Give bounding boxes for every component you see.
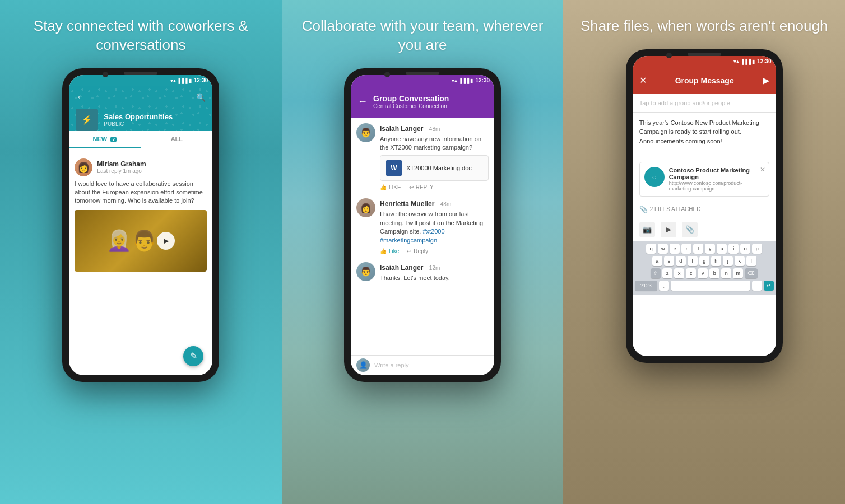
key-b[interactable]: b: [709, 268, 719, 278]
tab-bar: NEW 7 ALL: [69, 131, 212, 148]
key-j[interactable]: j: [723, 256, 733, 266]
close-preview-button[interactable]: ✕: [760, 166, 765, 174]
key-s[interactable]: s: [664, 256, 674, 266]
post-header: 👩 Miriam Graham Last reply 1m ago: [75, 158, 207, 176]
file-name: XT20000 Marketing.doc: [406, 165, 472, 171]
key-shift[interactable]: ⇧: [651, 268, 661, 278]
paperclip-icon: 📎: [639, 206, 648, 213]
msg1-avatar: 👨: [356, 123, 375, 142]
key-e[interactable]: e: [670, 244, 680, 254]
key-r[interactable]: r: [681, 244, 691, 254]
status-bar-1: ▾▴ ▐▐▐ ▮ 12:30: [69, 75, 212, 86]
panel-3-title: Share files, when words aren't enough: [564, 17, 844, 36]
like-button-1[interactable]: 👍 LIKE: [380, 184, 401, 190]
key-o[interactable]: o: [740, 244, 750, 254]
like-button-2[interactable]: 👍 Like: [380, 248, 399, 254]
msg2-body: Henrietta Mueller 48m I have the overvie…: [380, 198, 489, 254]
key-m[interactable]: m: [733, 268, 743, 278]
key-l[interactable]: l: [746, 256, 756, 266]
key-f[interactable]: f: [688, 256, 698, 266]
key-c[interactable]: c: [686, 268, 696, 278]
app-header-2: ← Group Conversation Central Customer Co…: [351, 86, 494, 118]
key-u[interactable]: u: [717, 244, 727, 254]
phone-3: ▾▴ ▐▐▐ ▮ 12:30 ✕ Group Message ▶ Tap to …: [626, 49, 783, 363]
like-icon-2: 👍: [380, 248, 387, 254]
msg2-text: I have the overview from our last meetin…: [380, 210, 489, 245]
status-bar-2: ▾▴ ▐▐▐ ▮ 12:30: [351, 75, 494, 86]
panel-1: Stay connected with coworkers & conversa…: [0, 0, 282, 504]
feed-content: 👩 Miriam Graham Last reply 1m ago I woul…: [69, 148, 212, 375]
reply-button-2[interactable]: ↩ Reply: [407, 248, 428, 254]
keyboard-row-3: ⇧ z x c v b n m ⌫: [635, 268, 774, 278]
camera-button[interactable]: 📷: [639, 222, 655, 237]
tab-all[interactable]: ALL: [141, 131, 212, 148]
compose-text-area[interactable]: This year's Contoso New Product Marketin…: [633, 113, 776, 157]
back-arrow-icon[interactable]: ←: [76, 91, 86, 103]
reply-button-1[interactable]: ↩ REPLY: [409, 184, 434, 190]
msg1-actions: 👍 LIKE ↩ REPLY: [380, 184, 489, 190]
time-display-1: 12:30: [194, 77, 208, 83]
wifi-icon: ▾▴: [170, 78, 176, 83]
status-bar-3: ▾▴ ▐▐▐ ▮ 12:30: [633, 56, 776, 67]
key-z[interactable]: z: [662, 268, 672, 278]
key-n[interactable]: n: [721, 268, 731, 278]
file-attachment[interactable]: W XT20000 Marketing.doc: [380, 155, 489, 181]
group-info: Sales Opportunities PUBLIC: [104, 113, 173, 127]
key-g[interactable]: g: [699, 256, 709, 266]
video-button[interactable]: ▶: [661, 222, 676, 237]
msg2-avatar: 👩: [356, 198, 375, 217]
msg1-text: Anyone have any new information on the X…: [380, 135, 489, 152]
msg2-meta: Henrietta Mueller 48m: [380, 198, 489, 208]
link-preview-icon: ○: [644, 167, 665, 187]
hashtag-xt2000[interactable]: #xt2000: [422, 228, 444, 235]
key-123[interactable]: ?123: [635, 281, 657, 291]
key-p[interactable]: p: [752, 244, 762, 254]
word-icon: W: [386, 160, 402, 176]
key-d[interactable]: d: [676, 256, 686, 266]
time-display-2: 12:30: [475, 77, 490, 83]
msg1-meta: Isaiah Langer 48m: [380, 123, 489, 133]
group-card: ⚡ Sales Opportunities PUBLIC: [76, 109, 173, 131]
attachment-icons-row: 📷 ▶ 📎: [633, 218, 776, 241]
key-v[interactable]: v: [698, 268, 708, 278]
keyboard-row-4: ?123 , . ↵: [635, 281, 774, 291]
key-enter[interactable]: ↵: [764, 281, 774, 291]
back-arrow-2-icon[interactable]: ←: [357, 96, 368, 108]
keyboard-row-2: a s d f g h j k l: [635, 256, 774, 266]
hashtag-marketing[interactable]: #marketingcampaign: [380, 237, 437, 244]
key-w[interactable]: w: [658, 244, 668, 254]
phone-1: ▾▴ ▐▐▐ ▮ 12:30 ← 🔍 ⚡ Sales Op: [62, 68, 219, 382]
attach-button[interactable]: 📎: [682, 222, 698, 237]
conversation-content: 👨 Isaiah Langer 48m Anyone have any new …: [351, 118, 494, 355]
key-comma[interactable]: ,: [659, 281, 669, 291]
tab-new[interactable]: NEW 7: [69, 131, 141, 148]
key-q[interactable]: q: [646, 244, 656, 254]
key-h[interactable]: h: [711, 256, 721, 266]
panel-2-title: Collaborate with your team, wherever you…: [282, 17, 564, 55]
attach-count: 2 FILES ATTACHED: [650, 206, 701, 212]
key-period[interactable]: .: [752, 281, 762, 291]
key-i[interactable]: i: [728, 244, 739, 254]
group-type: PUBLIC: [104, 121, 173, 127]
play-button[interactable]: ▶: [157, 232, 175, 250]
send-icon[interactable]: ▶: [763, 75, 769, 86]
msg3-text: Thanks. Let's meet today.: [380, 274, 489, 282]
key-a[interactable]: a: [652, 256, 662, 266]
msg3-meta: Isaiah Langer 12m: [380, 262, 489, 272]
search-icon[interactable]: 🔍: [196, 93, 206, 102]
reply-input-area[interactable]: 👤 Write a reply: [351, 355, 494, 375]
msg2-actions: 👍 Like ↩ Reply: [380, 248, 489, 254]
reply-placeholder[interactable]: Write a reply: [374, 362, 409, 368]
close-icon[interactable]: ✕: [639, 75, 647, 86]
compose-fab[interactable]: ✎: [183, 346, 203, 366]
keyboard: q w e r t y u i o p a s d: [633, 241, 776, 295]
key-t[interactable]: t: [693, 244, 703, 254]
key-space[interactable]: [671, 281, 750, 291]
phone-2: ▾▴ ▐▐▐ ▮ 12:30 ← Group Conversation Cent…: [344, 68, 501, 382]
key-x[interactable]: x: [674, 268, 684, 278]
key-k[interactable]: k: [735, 256, 745, 266]
key-backspace[interactable]: ⌫: [745, 268, 758, 278]
key-y[interactable]: y: [705, 244, 715, 254]
to-field[interactable]: Tap to add a group and/or people: [633, 94, 776, 113]
panel-2: Collaborate with your team, wherever you…: [282, 0, 564, 504]
